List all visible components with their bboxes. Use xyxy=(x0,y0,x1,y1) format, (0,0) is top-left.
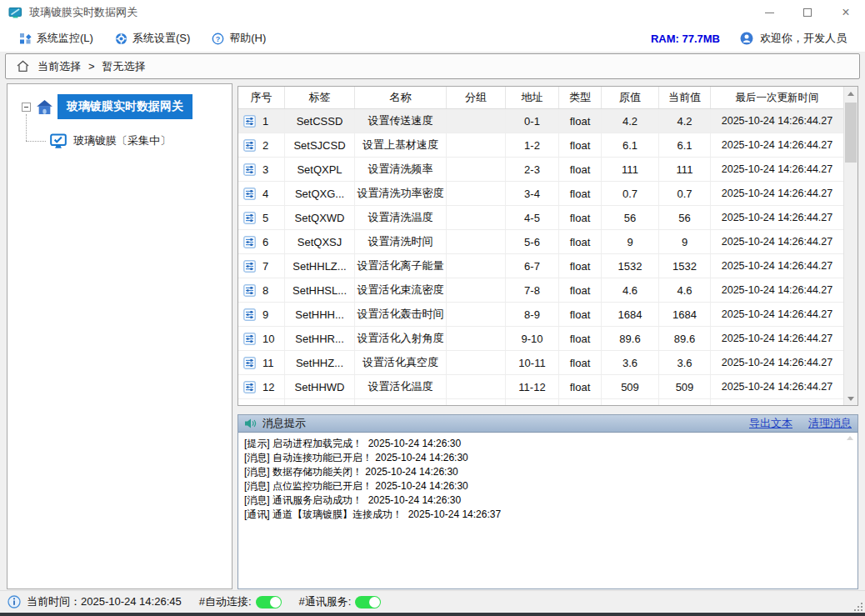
table-header: 序号标签名称分组地址类型原值当前值最后一次更新时间 xyxy=(238,87,843,109)
message-line: [提示] 启动进程加载完成！ 2025-10-24 14:26:30 xyxy=(244,437,852,451)
table-cell-index: 12 xyxy=(238,375,285,398)
auto-connect-toggle[interactable] xyxy=(256,596,282,608)
cell-index-value: 2 xyxy=(262,139,268,152)
table-row[interactable]: 6 SetQXSJ 设置清洗时间 5-6 float 9 9 2025-10-2… xyxy=(238,230,843,254)
collapse-icon[interactable] xyxy=(22,103,31,112)
table-header-cell[interactable]: 原值 xyxy=(602,87,659,108)
cell-group xyxy=(447,303,506,326)
cell-address: 8-9 xyxy=(506,303,559,326)
table-row[interactable]: 9 SetHHH... 设置活化轰击时间 8-9 float 1684 1684… xyxy=(238,303,843,327)
resize-grip[interactable] xyxy=(852,600,863,612)
cell-name: 设置活化束流密度 xyxy=(355,278,447,302)
tag-settings-icon xyxy=(243,333,256,345)
table-header-cell[interactable]: 序号 xyxy=(238,87,285,108)
cell-current-value: 0.7 xyxy=(659,182,711,205)
message-scroll-up-icon[interactable] xyxy=(847,436,853,440)
table-row[interactable]: 7 SetHHLZ... 设置活化离子能量 6-7 float 1532 153… xyxy=(238,254,843,278)
table-header-cell[interactable]: 标签 xyxy=(285,87,355,108)
menubar-right: RAM: 77.7MB 欢迎你，开发人员 xyxy=(651,31,857,46)
breadcrumb-current: 暂无选择 xyxy=(102,59,146,74)
table-cell-index: 4 xyxy=(238,182,285,205)
table-scrollbar[interactable] xyxy=(843,87,858,405)
table-row[interactable]: 5 SetQXWD 设置清洗温度 4-5 float 56 56 2025-10… xyxy=(238,206,843,230)
monitor-check-icon xyxy=(50,133,67,149)
table-row[interactable]: 3 SetQXPL 设置清洗频率 2-3 float 111 111 2025-… xyxy=(238,158,843,182)
export-text-link[interactable]: 导出文本 xyxy=(749,416,792,431)
table-header-cell[interactable]: 名称 xyxy=(355,87,447,108)
cell-last-update-time: 2025-10-24 14:26:44.27 xyxy=(711,109,843,133)
cell-tag: SetHHLZ... xyxy=(285,254,355,278)
cell-group xyxy=(447,375,506,398)
table-row[interactable]: 8 SetHHSL... 设置活化束流密度 7-8 float 4.6 4.6 … xyxy=(238,278,843,303)
home-outline-icon[interactable] xyxy=(16,59,30,73)
minimize-button[interactable] xyxy=(750,0,788,25)
tree-node-root[interactable]: 玻璃镀膜实时数据网关 xyxy=(8,93,232,121)
table-row[interactable]: 10 SetHHR... 设置活化入射角度 9-10 float 89.6 89… xyxy=(238,327,843,351)
menubar: 系统监控(L) 系统设置(S) ? 帮助(H) RAM: 77.7MB 欢 xyxy=(0,25,865,53)
cell-index-value: 8 xyxy=(262,284,268,297)
cell-last-update-time: 2025-10-24 14:26:44.27 xyxy=(711,254,843,278)
cell-group xyxy=(447,206,506,229)
cell-address: 4-5 xyxy=(506,206,559,229)
cell-name: 设置传送速度 xyxy=(355,109,447,133)
table-header-cell[interactable]: 当前值 xyxy=(659,87,711,108)
cell-name: 设置活化温度 xyxy=(355,375,447,398)
cell-name: 设置清洗温度 xyxy=(355,206,447,229)
message-panel-header: 消息提示 导出文本 清理消息 xyxy=(238,415,858,433)
tag-data-table: 序号标签名称分组地址类型原值当前值最后一次更新时间 1 SetCSSD 设置传送… xyxy=(238,86,858,406)
table-row[interactable]: 2 SetSJCSD 设置上基材速度 1-2 float 6.1 6.1 202… xyxy=(238,133,843,158)
cell-last-update-time: 2025-10-24 14:26:44.27 xyxy=(711,327,843,350)
comm-service-toggle-group: #通讯服务: xyxy=(299,594,382,609)
message-line: [消息] 自动连接功能已开启！ 2025-10-24 14:26:30 xyxy=(244,451,852,465)
help-icon: ? xyxy=(212,33,224,45)
menu-system-monitor[interactable]: 系统监控(L) xyxy=(8,25,104,52)
table-row-partial[interactable] xyxy=(238,399,843,405)
table-body: 1 SetCSSD 设置传送速度 0-1 float 4.2 4.2 2025-… xyxy=(238,109,843,399)
table-header-cell[interactable]: 分组 xyxy=(447,87,506,108)
clear-messages-link[interactable]: 清理消息 xyxy=(808,416,852,431)
cell-name: 设置清洗频率 xyxy=(355,158,447,181)
scrollbar-thumb[interactable] xyxy=(845,103,857,163)
statusbar: 当前时间：2025-10-24 14:26:45 #自动连接: #通讯服务: xyxy=(0,590,865,613)
comm-service-toggle[interactable] xyxy=(355,596,381,608)
cell-type: float xyxy=(559,303,602,326)
cell-index-value: 9 xyxy=(262,308,268,321)
cell-type: float xyxy=(559,278,602,302)
tag-settings-icon xyxy=(243,381,256,393)
tag-settings-icon xyxy=(243,212,256,224)
table-header-cell[interactable]: 地址 xyxy=(506,87,559,108)
table-header-cell[interactable]: 最后一次更新时间 xyxy=(711,87,843,108)
cell-last-update-time: 2025-10-24 14:26:44.27 xyxy=(711,351,843,374)
table-row[interactable]: 1 SetCSSD 设置传送速度 0-1 float 4.2 4.2 2025-… xyxy=(238,109,843,133)
cell-type: float xyxy=(559,133,602,157)
menu-system-settings[interactable]: 系统设置(S) xyxy=(104,25,201,52)
close-button[interactable]: × xyxy=(827,0,865,25)
scroll-up-icon[interactable] xyxy=(844,87,858,100)
menu-label: 系统监控(L) xyxy=(37,31,93,46)
close-icon: × xyxy=(842,6,849,19)
tag-settings-icon xyxy=(243,405,256,406)
tree-node-channel[interactable]: 玻璃镀膜〔采集中〕 xyxy=(50,128,232,154)
cell-original-value: 0.7 xyxy=(602,182,659,205)
cell-index-value: 1 xyxy=(262,115,268,128)
cell-group xyxy=(447,351,506,374)
table-header-cell[interactable]: 类型 xyxy=(559,87,602,108)
ram-usage: RAM: 77.7MB xyxy=(651,33,720,45)
cell-last-update-time: 2025-10-24 14:26:44.27 xyxy=(711,133,843,157)
table-row[interactable]: 11 SetHHZ... 设置活化真空度 10-11 float 3.6 3.6… xyxy=(238,351,843,375)
menu-help[interactable]: ? 帮助(H) xyxy=(201,25,277,52)
table-row[interactable]: 4 SetQXG... 设置清洗功率密度 3-4 float 0.7 0.7 2… xyxy=(238,182,843,206)
message-line: [消息] 点位监控功能已开启！ 2025-10-24 14:26:30 xyxy=(244,479,852,493)
table-cell-index xyxy=(238,399,285,405)
table-cell-index: 10 xyxy=(238,327,285,350)
table-row[interactable]: 12 SetHHWD 设置活化温度 11-12 float 509 509 20… xyxy=(238,375,843,399)
cell-address: 10-11 xyxy=(506,351,559,374)
cell-original-value: 4.6 xyxy=(602,278,659,302)
cell-type: float xyxy=(559,182,602,205)
table-cell-index: 11 xyxy=(238,351,285,374)
cell-name: 设置活化轰击时间 xyxy=(355,303,447,326)
scroll-down-icon[interactable] xyxy=(844,392,858,405)
cell-original-value: 56 xyxy=(602,206,659,229)
gear-icon xyxy=(115,33,128,45)
maximize-button[interactable] xyxy=(788,0,827,25)
